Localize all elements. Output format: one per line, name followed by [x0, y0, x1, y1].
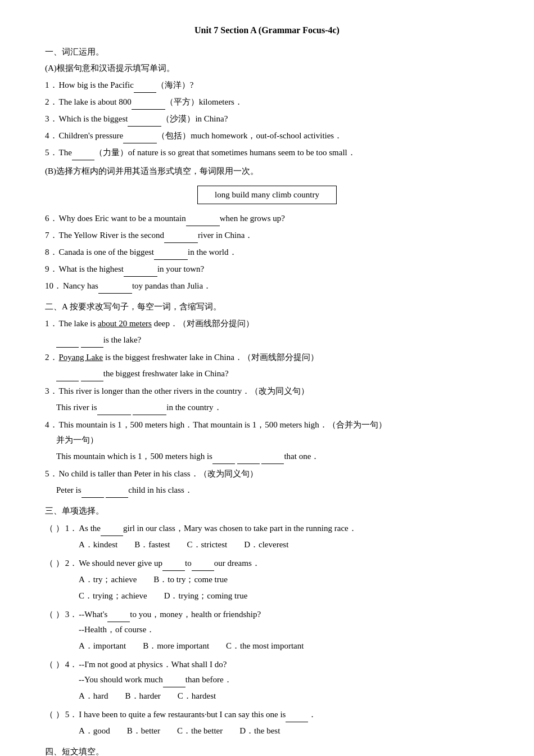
mc-q1-options: A．kindest B．fastest C．strictest D．clever… — [45, 537, 489, 552]
q4: 4． Children's pressure（包括）much homework，… — [45, 128, 489, 143]
q6-text: Why does Eric want to be a mountainwhen … — [59, 211, 285, 226]
q9: 9． What is the highestin your town? — [45, 262, 489, 277]
mc-q2-optB: B．to try；come true — [153, 572, 228, 587]
mc-q1-optD: D．cleverest — [244, 537, 288, 552]
q5-num: 5． — [45, 145, 58, 160]
q7-text: The Yellow River is the secondriver in C… — [59, 228, 254, 243]
mc-q1-optC: C．strictest — [187, 537, 228, 552]
mc-q1-num: 1． — [65, 521, 78, 536]
section3-label: 三、单项选择。 — [45, 503, 489, 519]
q3-num: 3． — [45, 111, 58, 127]
q1-text: How big is the Pacific（海洋）? — [59, 78, 194, 93]
q10: 10． Nancy hastoy pandas than Julia． — [45, 278, 489, 294]
mc-q3: （ ） 3． --What'sto you，money，health or fr… — [45, 607, 489, 622]
mc-q2-paren: （ ） — [45, 556, 64, 571]
mc-q5-optB: B．better — [127, 723, 160, 739]
mc-q2-text: We should never give uptoour dreams． — [79, 556, 260, 571]
q5: 5． The（力量）of nature is so great that som… — [45, 145, 489, 160]
mc-q3-optC: C．the most important — [226, 638, 304, 654]
s2-q4-answer: This mountain which is 1，500 meters high… — [45, 449, 489, 464]
q4-num: 4． — [45, 128, 58, 143]
s2-q1-answer: is the lake? — [45, 332, 489, 348]
q1: 1． How big is the Pacific（海洋）? — [45, 78, 489, 93]
q10-text: Nancy hastoy pandas than Julia． — [63, 278, 211, 294]
s2-q2-blank: the biggest freshwater lake in China? — [56, 366, 229, 381]
q3-text: Which is the biggest（沙漠）in China? — [59, 111, 228, 127]
mc-q1: （ ） 1． As thegirl in our class，Mary was … — [45, 521, 489, 536]
mc-q4-num: 4． — [65, 657, 78, 672]
mc-q4-options: A．hard B．harder C．hardest — [45, 688, 489, 704]
mc-q3-text: --What'sto you，money，health or friendshi… — [79, 607, 261, 622]
s2-q5-blank: Peter is child in his class． — [56, 483, 193, 498]
mc-q3-paren: （ ） — [45, 607, 64, 622]
mc-q1-optA: A．kindest — [79, 537, 117, 552]
s2-q5: 5． No child is taller than Peter in his … — [45, 466, 489, 482]
s2-q1-num: 1． — [45, 316, 58, 331]
mc-q4: （ ） 4． --I'm not good at physics．What sh… — [45, 657, 489, 672]
s2-q3-blank: This river is in the country． — [56, 400, 222, 415]
mc-q4-subtext: --You should work muchthan before． — [45, 672, 489, 687]
mc-q5-num: 5． — [65, 707, 78, 722]
mc-q3-subtext: --Health，of course． — [45, 622, 489, 637]
mc-q4-text: --I'm not good at physics．What shall I d… — [79, 657, 227, 672]
mc-q4-paren: （ ） — [45, 657, 64, 672]
q8-num: 8． — [45, 245, 58, 260]
mc-q1-text: As thegirl in our class，Mary was chosen … — [79, 521, 356, 536]
q2-text: The lake is about 800（平方）kilometers． — [59, 94, 243, 110]
word-box: long build many climb country — [197, 186, 337, 204]
s2-q3-text: This river is longer than the other rive… — [59, 384, 310, 399]
mc-q5-optD: D．the best — [239, 723, 280, 739]
title: Unit 7 Section A (Grammar Focus-4c) — [45, 22, 489, 39]
mc-q5-options: A．good B．better C．the better D．the best — [45, 723, 489, 739]
s2-q5-num: 5． — [45, 466, 58, 482]
s2-q4-num: 4． — [45, 417, 58, 433]
mc-q5-text: I have been to quite a few restaurants·b… — [79, 707, 316, 722]
mc-q3-options: A．important B．more important C．the most … — [45, 638, 489, 654]
s2-q1: 1． The lake is about 20 meters deep．（对画线… — [45, 316, 489, 331]
mc-q4-optC: C．hardest — [178, 688, 216, 704]
s2-q2: 2． Poyang Lake is the biggest freshwater… — [45, 350, 489, 365]
q7: 7． The Yellow River is the secondriver i… — [45, 228, 489, 243]
q4-text: Children's pressure（包括）much homework，out… — [59, 128, 343, 143]
mc-q2-optD: D．trying；coming true — [164, 588, 248, 604]
mc-q1-optB: B．fastest — [134, 537, 170, 552]
mc-q3-optB: B．more important — [143, 638, 209, 654]
s2-q2-num: 2． — [45, 350, 58, 365]
mc-q1-paren: （ ） — [45, 521, 64, 536]
mc-q5-optA: A．good — [79, 723, 110, 739]
mc-q2-optA: A．try；achieve — [79, 572, 137, 587]
mc-q2: （ ） 2． We should never give uptoour drea… — [45, 556, 489, 571]
s2-q5-answer: Peter is child in his class． — [45, 483, 489, 498]
s2-q3: 3． This river is longer than the other r… — [45, 384, 489, 399]
q9-text: What is the highestin your town? — [59, 262, 205, 277]
mc-q5-paren: （ ） — [45, 707, 64, 722]
s2-q2-text: Poyang Lake is the biggest freshwater la… — [59, 350, 319, 365]
partA-instruction: (A)根据句意和汉语提示填写单词。 — [45, 61, 489, 76]
s2-q4-text: This mountain is 1，500 meters high．That … — [59, 417, 387, 433]
section2-label: 二、A 按要求改写句子，每空一词，含缩写词。 — [45, 299, 489, 314]
q6-num: 6． — [45, 211, 58, 226]
mc-q2-num: 2． — [65, 556, 78, 571]
q2-num: 2． — [45, 94, 58, 110]
mc-q3-optA: A．important — [79, 638, 126, 654]
mc-q3-num: 3． — [65, 607, 78, 622]
s2-q2-answer: the biggest freshwater lake in China? — [45, 366, 489, 381]
mc-q4-optA: A．hard — [79, 688, 108, 704]
q10-num: 10． — [45, 278, 62, 294]
q8-text: Canada is one of the biggestin the world… — [59, 245, 237, 260]
q9-num: 9． — [45, 262, 58, 277]
s2-q4-blank: This mountain which is 1，500 meters high… — [56, 449, 319, 464]
s2-q1-blank1: is the lake? — [56, 332, 141, 348]
q7-num: 7． — [45, 228, 58, 243]
q3: 3． Which is the biggest（沙漠）in China? — [45, 111, 489, 127]
q8: 8． Canada is one of the biggestin the wo… — [45, 245, 489, 260]
s2-q5-text: No child is taller than Peter in his cla… — [59, 466, 258, 482]
mc-q5: （ ） 5． I have been to quite a few restau… — [45, 707, 489, 722]
s2-q3-num: 3． — [45, 384, 58, 399]
q1-num: 1． — [45, 78, 58, 93]
s2-q1-text: The lake is about 20 meters deep．（对画线部分提… — [59, 316, 254, 331]
q2: 2． The lake is about 800（平方）kilometers． — [45, 94, 489, 110]
mc-q2-options-row2: C．trying；achieve D．trying；coming true — [45, 588, 489, 604]
q5-text: The（力量）of nature is so great that someti… — [59, 145, 356, 160]
s2-q3-answer: This river is in the country． — [45, 400, 489, 415]
